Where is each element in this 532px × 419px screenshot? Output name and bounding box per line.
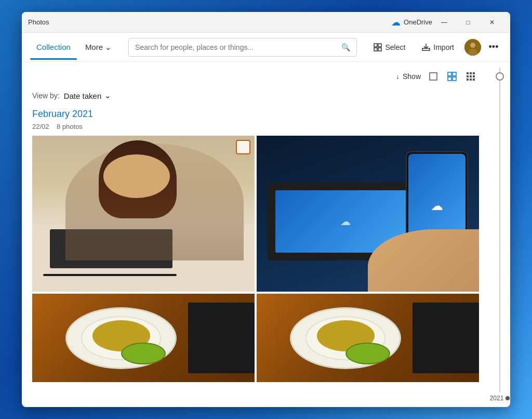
view-small-icon [466,72,475,81]
svg-rect-20 [467,78,469,81]
photo-cell-2[interactable]: ☁ ☁ [257,136,479,292]
app-window: Photos ☁ OneDrive — □ ✕ Collection More … [22,12,510,407]
search-input[interactable] [135,43,337,51]
svg-rect-17 [467,75,469,77]
minimize-button[interactable]: — [432,14,456,31]
content-area: ↓ Show [22,62,510,407]
close-button[interactable]: ✕ [480,14,504,31]
photo-cell-3[interactable] [32,294,255,382]
svg-rect-14 [467,72,469,74]
view-large-button[interactable] [425,68,442,85]
svg-rect-10 [448,72,451,76]
tab-collection[interactable]: Collection [30,38,77,56]
search-icon: 🔍 [341,43,350,51]
svg-rect-15 [470,72,472,74]
svg-rect-13 [453,77,456,81]
photo-cell-4[interactable] [257,294,479,382]
month-title[interactable]: February 2021 [32,109,479,120]
search-bar[interactable]: 🔍 [128,38,357,57]
import-label: Import [433,43,454,51]
titlebar: Photos ☁ OneDrive — □ ✕ [22,12,510,33]
view-toggle [425,68,479,85]
svg-rect-16 [473,72,475,74]
tab-more[interactable]: More ⌄ [79,38,118,56]
svg-rect-9 [430,73,437,80]
select-checkbox-1[interactable] [236,140,250,154]
view-small-button[interactable] [462,68,479,85]
window-controls: — □ ✕ [432,14,504,31]
view-by-bar: View by: Date taken ⌄ [32,91,479,100]
show-label: Show [403,72,421,81]
toolbar: Collection More ⌄ 🔍 Select [22,33,510,62]
view-by-value: Date taken [64,91,102,100]
more-options-button[interactable]: ••• [485,39,502,56]
view-by-dropdown[interactable]: Date taken ⌄ [64,91,112,100]
app-title: Photos [28,18,391,26]
more-tab-label: More [85,43,103,51]
timeline-thumb[interactable] [496,72,504,81]
view-by-label: View by: [32,91,60,100]
import-button[interactable]: Import [416,40,460,55]
show-bar: ↓ Show [32,68,479,85]
svg-rect-18 [470,75,472,77]
svg-rect-21 [470,78,472,81]
svg-point-7 [470,43,475,48]
view-by-chevron: ⌄ [104,91,111,100]
view-large-icon [429,72,438,81]
svg-rect-11 [453,72,456,76]
svg-rect-1 [378,44,381,47]
timeline-label: 2021 [490,395,510,402]
select-icon [374,43,382,51]
onedrive-label: OneDrive [404,18,432,26]
photo-cell-1[interactable] [32,136,255,292]
svg-rect-0 [374,44,377,47]
timeline: 2021 [489,62,510,407]
show-button[interactable]: ↓ Show [396,72,421,81]
timeline-year: 2021 [490,395,504,402]
import-icon [422,43,430,51]
maximize-button[interactable]: □ [456,14,480,31]
svg-rect-19 [473,75,475,77]
timeline-track[interactable] [499,67,500,392]
svg-rect-2 [374,48,377,51]
select-button[interactable]: Select [367,40,411,55]
photo-grid: ☁ ☁ [32,136,479,382]
main-content: ↓ Show [22,62,489,407]
view-medium-button[interactable] [444,68,460,85]
select-label: Select [385,43,405,51]
onedrive-area: ☁ OneDrive [391,17,432,28]
more-chevron-icon: ⌄ [105,43,112,52]
onedrive-icon: ☁ [391,17,401,28]
month-section: February 2021 22/02 8 photos [32,109,479,382]
date-info: 22/02 8 photos [32,123,479,130]
show-arrow-icon: ↓ [396,72,400,81]
svg-rect-12 [448,77,451,81]
timeline-dot [506,396,510,400]
view-medium-icon [447,72,457,81]
svg-rect-3 [378,48,381,51]
toolbar-actions: Select Import ••• [367,39,502,56]
svg-rect-22 [473,78,475,81]
photo-count: 8 photos [57,123,83,130]
avatar[interactable] [464,39,481,56]
date-value: 22/02 [32,123,49,130]
